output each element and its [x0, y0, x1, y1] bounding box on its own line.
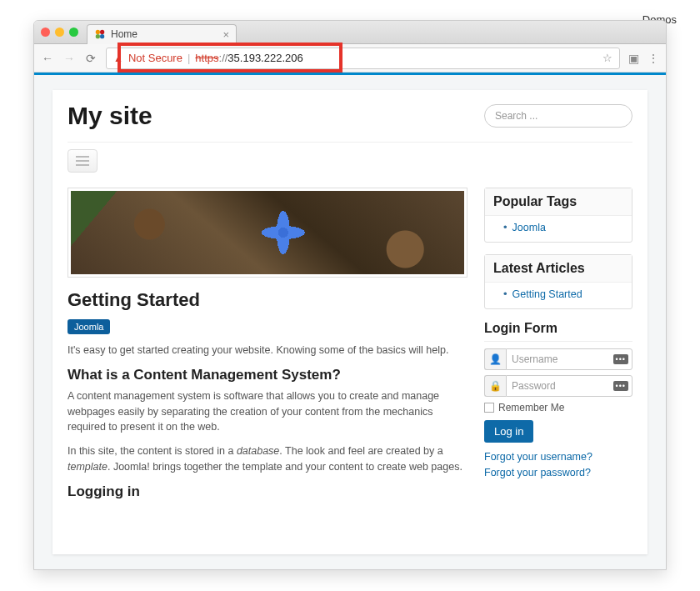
search-input[interactable]: Search ...: [484, 104, 632, 128]
svg-point-3: [100, 34, 104, 38]
heading-logging-in: Logging in: [68, 483, 468, 500]
lock-icon: 🔒: [484, 375, 506, 397]
paragraph-template: In this site, the content is stored in a…: [68, 443, 468, 475]
svg-point-0: [96, 30, 100, 34]
login-button[interactable]: Log in: [484, 420, 533, 443]
password-input[interactable]: Password•••: [506, 375, 632, 397]
paragraph-cms: A content management system is software …: [68, 388, 468, 435]
remember-me-row: Remember Me: [484, 402, 632, 413]
page-content: My site Search ... Getting Started Jooml…: [52, 90, 648, 554]
joomla-favicon-icon: [94, 28, 106, 40]
traffic-lights: [41, 28, 78, 37]
list-item: Joomla: [503, 221, 623, 233]
url-field[interactable]: ▲ Not Secure | https://35.193.222.206 ☆: [106, 48, 620, 69]
user-icon: 👤: [484, 348, 506, 370]
forgot-password-link[interactable]: Forgot your password?: [484, 465, 632, 481]
remember-me-label: Remember Me: [498, 402, 564, 413]
menu-icon[interactable]: ⋮: [648, 52, 659, 65]
tag-link-joomla[interactable]: Joomla: [512, 222, 546, 233]
password-group: 🔒 Password•••: [484, 375, 632, 397]
page-background: My site Search ... Getting Started Jooml…: [34, 75, 666, 569]
security-status: Not Secure: [128, 52, 182, 64]
bookmark-star-icon[interactable]: ☆: [602, 52, 612, 64]
svg-point-1: [100, 30, 104, 34]
warning-icon: ▲: [113, 53, 123, 64]
article-intro: It's easy to get started creating your w…: [68, 343, 468, 358]
back-button[interactable]: ←: [41, 52, 54, 65]
forward-button[interactable]: →: [62, 52, 76, 65]
login-form-heading: Login Form: [484, 321, 632, 341]
username-input[interactable]: Username•••: [506, 348, 632, 370]
svg-point-2: [96, 34, 100, 38]
tab-title: Home: [111, 28, 138, 40]
heading-cms: What is a Content Management System?: [68, 367, 468, 383]
article-title: Getting Started: [68, 289, 468, 311]
window-close-button[interactable]: [41, 28, 50, 37]
main-content: Getting Started Joomla It's easy to get …: [68, 188, 468, 505]
extension-icon[interactable]: ▣: [628, 52, 639, 65]
popular-tags-box: Popular Tags Joomla: [484, 188, 632, 243]
address-bar: ← → ⟳ ▲ Not Secure | https://35.193.222.…: [34, 44, 666, 73]
browser-window: Home × ← → ⟳ ▲ Not Secure | https://35.1…: [33, 20, 667, 570]
window-zoom-button[interactable]: [69, 28, 78, 37]
divider: |: [188, 52, 190, 64]
tab-bar: Home ×: [34, 21, 666, 44]
latest-articles-box: Latest Articles Getting Started: [484, 254, 632, 309]
login-form-box: Login Form 👤 Username••• 🔒 Password•••: [484, 321, 632, 481]
list-item: Getting Started: [503, 288, 623, 300]
hamburger-menu-button[interactable]: [68, 149, 98, 173]
sidebar: Popular Tags Joomla Latest Articles Gett…: [484, 188, 632, 505]
forgot-username-link[interactable]: Forgot your username?: [484, 449, 632, 465]
url-text: https://35.193.222.206: [195, 52, 302, 64]
latest-articles-heading: Latest Articles: [485, 255, 632, 283]
site-title: My site: [68, 102, 152, 130]
window-minimize-button[interactable]: [55, 28, 64, 37]
reload-button[interactable]: ⟳: [84, 52, 98, 65]
tab-close-icon[interactable]: ×: [222, 29, 229, 40]
remember-me-checkbox[interactable]: [484, 403, 494, 413]
hero-image: [68, 188, 468, 278]
browser-tab[interactable]: Home ×: [87, 24, 237, 44]
article-link-getting-started[interactable]: Getting Started: [512, 288, 582, 300]
username-group: 👤 Username•••: [484, 348, 632, 370]
tag-badge-joomla[interactable]: Joomla: [68, 319, 110, 334]
popular-tags-heading: Popular Tags: [485, 188, 632, 216]
